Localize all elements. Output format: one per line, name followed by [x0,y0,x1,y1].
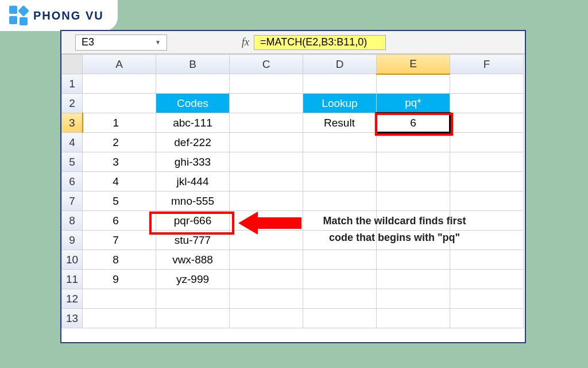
cell[interactable] [83,309,156,328]
cell[interactable] [303,172,377,191]
col-header-a[interactable]: A [83,55,156,74]
row-header-11[interactable]: 11 [62,270,83,289]
cell[interactable] [230,191,303,211]
result-label-cell[interactable]: Result [303,113,377,133]
cell[interactable]: pqr-666 [156,211,230,231]
cell[interactable] [230,133,303,152]
cell[interactable] [450,113,524,133]
cell[interactable] [83,289,156,309]
row-header-13[interactable]: 13 [62,309,83,328]
cell[interactable] [83,94,156,113]
cell[interactable] [303,289,377,309]
cell[interactable] [230,309,303,328]
row-header-5[interactable]: 5 [62,152,83,172]
cell[interactable]: yz-999 [156,270,230,289]
cell[interactable] [303,250,377,270]
row-header-10[interactable]: 10 [62,250,83,270]
row-header-4[interactable]: 4 [62,133,83,152]
cell[interactable] [377,172,450,191]
formula-input[interactable]: =MATCH(E2,B3:B11,0) [254,35,386,50]
brand-text: PHONG VU [33,9,104,22]
cell[interactable] [450,172,524,191]
cell[interactable]: vwx-888 [156,250,230,270]
cell[interactable] [156,74,230,94]
cell[interactable] [230,74,303,94]
fx-label[interactable]: fx [242,36,249,48]
cell[interactable] [83,74,156,94]
brand-badge: PHONG VU [0,0,118,31]
cell[interactable] [450,74,524,94]
cell[interactable] [230,152,303,172]
cell[interactable] [303,270,377,289]
cell[interactable]: 1 [83,113,156,133]
name-box[interactable]: E3 ▼ [75,34,167,51]
row-header-6[interactable]: 6 [62,172,83,191]
cell[interactable]: ghi-333 [156,152,230,172]
cell[interactable] [450,250,524,270]
cell[interactable] [377,191,450,211]
codes-header[interactable]: Codes [156,94,230,113]
cell[interactable] [450,152,524,172]
cell[interactable] [377,289,450,309]
chevron-down-icon[interactable]: ▼ [155,39,161,45]
row-header-1[interactable]: 1 [62,74,83,94]
cell[interactable]: 3 [83,152,156,172]
cell[interactable] [230,94,303,113]
cell[interactable] [303,74,377,94]
cell[interactable]: 6 [83,211,156,231]
cell[interactable]: 2 [83,133,156,152]
result-value-cell[interactable]: 6 [377,113,450,133]
row-header-12[interactable]: 12 [62,289,83,309]
cell[interactable]: 8 [83,250,156,270]
cell[interactable] [450,309,524,328]
cell[interactable]: abc-111 [156,113,230,133]
cell[interactable] [230,270,303,289]
lookup-value-header[interactable]: pq* [377,94,450,113]
cell[interactable] [303,191,377,211]
cell[interactable] [377,152,450,172]
annotation-text: Match the wildcard finds first code that… [308,213,481,246]
row-header-3[interactable]: 3 [62,113,83,133]
col-header-f[interactable]: F [450,55,524,74]
cell[interactable]: 7 [83,231,156,250]
col-header-c[interactable]: C [230,55,303,74]
cell[interactable] [377,270,450,289]
col-header-b[interactable]: B [156,55,230,74]
cell[interactable]: jkl-444 [156,172,230,191]
cell[interactable] [230,231,303,250]
lookup-header[interactable]: Lookup [303,94,377,113]
cell[interactable] [230,172,303,191]
cell[interactable] [377,74,450,94]
cell[interactable] [230,250,303,270]
cell[interactable] [450,94,524,113]
cell[interactable]: 5 [83,191,156,211]
cell[interactable] [377,250,450,270]
row-header-8[interactable]: 8 [62,211,83,231]
cell[interactable] [450,191,524,211]
cell[interactable]: mno-555 [156,191,230,211]
cell[interactable] [156,309,230,328]
cell[interactable] [303,309,377,328]
row-header-7[interactable]: 7 [62,191,83,211]
cell[interactable] [230,289,303,309]
col-header-e[interactable]: E [377,55,450,74]
row-header-9[interactable]: 9 [62,231,83,250]
select-all-corner[interactable] [62,55,83,74]
cell[interactable] [377,133,450,152]
cell[interactable]: 9 [83,270,156,289]
cell[interactable]: 4 [83,172,156,191]
cell[interactable] [303,133,377,152]
cell[interactable] [156,289,230,309]
spreadsheet[interactable]: A B C D E F 1 2 Codes Lookup pq* 3 [61,54,525,328]
cell[interactable]: stu-777 [156,231,230,250]
cell[interactable] [377,309,450,328]
cell[interactable] [450,133,524,152]
cell[interactable] [230,113,303,133]
col-header-d[interactable]: D [303,55,377,74]
cell[interactable] [450,270,524,289]
cell[interactable]: def-222 [156,133,230,152]
cell[interactable] [230,211,303,231]
row-header-2[interactable]: 2 [62,94,83,113]
cell[interactable] [450,289,524,309]
cell[interactable] [303,152,377,172]
